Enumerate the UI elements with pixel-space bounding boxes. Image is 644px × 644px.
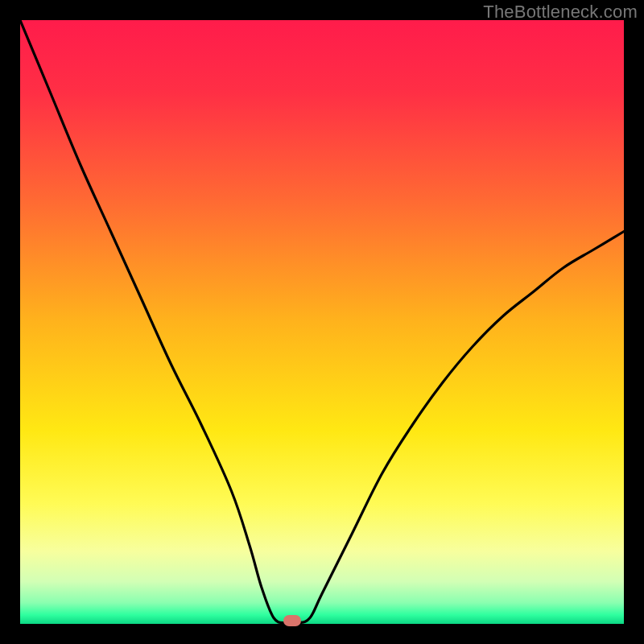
bottleneck-curve	[20, 20, 624, 624]
chart-frame: TheBottleneck.com	[0, 0, 644, 644]
optimal-marker-icon	[283, 615, 301, 626]
plot-area	[20, 20, 624, 624]
watermark-text: TheBottleneck.com	[483, 2, 638, 23]
